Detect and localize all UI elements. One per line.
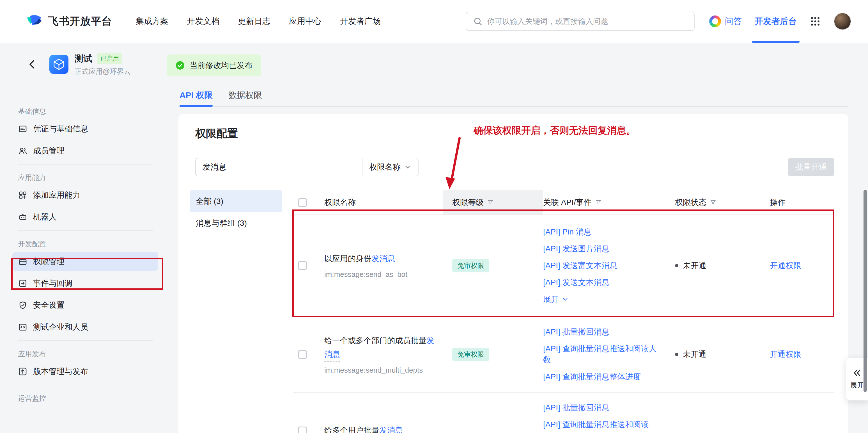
category-all[interactable]: 全部 (3) <box>190 191 282 212</box>
sidebar-section-dev-config: 开发配置 <box>12 239 158 248</box>
filter-funnel-icon[interactable] <box>595 199 602 206</box>
nav-item-app-center[interactable]: 应用中心 <box>289 16 321 27</box>
publish-status-text: 当前修改均已发布 <box>190 60 252 71</box>
top-navbar: 飞书开放平台 集成方案 开发文档 更新日志 应用中心 开发者广场 问答 开发者后… <box>0 0 868 43</box>
search-icon <box>473 17 483 26</box>
select-all-checkbox[interactable] <box>298 198 307 207</box>
permission-search-input[interactable] <box>196 158 362 176</box>
user-avatar[interactable] <box>834 12 851 30</box>
action-cell: 开通权限 <box>770 260 834 271</box>
permission-level-cell: 免审权限 <box>443 348 543 361</box>
open-permission-link[interactable]: 开通权限 <box>770 261 801 270</box>
sidebar-item-label: 机器人 <box>33 212 57 222</box>
sidebar-item-label: 凭证与基础信息 <box>33 123 88 134</box>
main-nav: 集成方案 开发文档 更新日志 应用中心 开发者广场 <box>136 16 381 27</box>
action-cell: 开通权限 <box>770 349 834 360</box>
permission-name[interactable]: 给一个或多个部门的成员批量发 <box>324 335 434 348</box>
sidebar-item-test-users[interactable]: 测试企业和人员 <box>12 318 158 337</box>
header-action: 操作 <box>770 191 834 214</box>
permission-table: 权限名称 权限等级 关联 API/事件 权限状态 操作 <box>293 191 834 433</box>
expander-label: 展开 <box>850 381 864 390</box>
left-sidebar: 基础信息 凭证与基础信息 成员管理 应用能力 添加应用能力 机器人 开发配置 权… <box>12 98 158 407</box>
sidebar-item-label: 事件与回调 <box>33 278 72 289</box>
nav-item-dev-plaza[interactable]: 开发者广场 <box>340 16 381 27</box>
sidebar-item-security[interactable]: 安全设置 <box>12 296 158 315</box>
category-list: 全部 (3) 消息与群组 (3) <box>190 191 282 234</box>
chevron-down-icon <box>562 296 569 303</box>
logo-text: 飞书开放平台 <box>48 14 112 28</box>
filter-funnel-icon[interactable] <box>487 199 494 206</box>
sidebar-item-label: 安全设置 <box>33 300 64 311</box>
open-permission-link[interactable]: 开通权限 <box>770 350 801 358</box>
nav-item-integration[interactable]: 集成方案 <box>136 16 168 27</box>
permission-code: im:message:send_multi_depts <box>324 366 443 375</box>
sidebar-item-permissions[interactable]: 权限管理 <box>12 252 158 271</box>
app-name: 测试 <box>74 53 92 65</box>
dev-console-link[interactable]: 开发者后台 <box>755 0 797 43</box>
briefcase-icon <box>18 257 28 266</box>
grid-icon <box>810 16 821 27</box>
api-link[interactable]: [API] 查询批量消息整体进度 <box>543 371 661 382</box>
level-badge: 免审权限 <box>452 348 489 361</box>
sidebar-item-label: 成员管理 <box>33 145 64 156</box>
app-subtitle: 正式应用@环界云 <box>74 67 131 76</box>
permission-search: 权限名称 <box>195 158 418 176</box>
api-link[interactable]: [API] Pin 消息 <box>543 226 661 237</box>
api-link[interactable]: [API] 批量撤回消息 <box>543 326 661 338</box>
tab-data-permissions[interactable]: 数据权限 <box>228 90 262 106</box>
page-scrollbar[interactable] <box>864 190 867 392</box>
row-checkbox[interactable] <box>298 427 307 433</box>
back-button[interactable] <box>27 59 38 70</box>
sidebar-item-events[interactable]: 事件与回调 <box>12 274 158 293</box>
sidebar-item-bot[interactable]: 机器人 <box>12 208 158 226</box>
sidebar-item-version-release[interactable]: 版本管理与发布 <box>12 362 158 381</box>
cube-icon <box>53 58 65 71</box>
category-message-group[interactable]: 消息与群组 (3) <box>190 212 282 234</box>
qa-link[interactable]: 问答 <box>709 16 742 27</box>
api-link[interactable]: [API] 发送图片消息 <box>543 243 661 254</box>
nav-item-changelog[interactable]: 更新日志 <box>238 16 271 27</box>
global-search[interactable] <box>466 12 694 31</box>
app-icon <box>50 55 68 74</box>
filter-funnel-icon[interactable] <box>710 199 716 206</box>
api-link[interactable]: [API] 发送富文本消息 <box>543 260 661 271</box>
permission-name-cell: 以应用的身份发消息 im:message:send_as_bot <box>319 253 443 279</box>
expand-apis-link[interactable]: 展开 <box>543 294 661 305</box>
api-link[interactable]: [API] 查询批量消息推送和阅读人数 <box>543 343 661 366</box>
status-dot <box>675 353 678 356</box>
api-link[interactable]: [API] 查询批量消息推送和阅读 <box>543 419 661 430</box>
batch-approve-button[interactable]: 批量开通 <box>788 158 834 176</box>
status-dot <box>675 264 678 267</box>
feishu-logo[interactable]: 飞书开放平台 <box>25 12 112 30</box>
permission-name[interactable]: 给多个用户批量发消息 <box>324 424 403 433</box>
status-cell: 未开通 <box>675 260 770 271</box>
navbar-right: 问答 开发者后台 <box>709 0 851 43</box>
sidebar-item-members[interactable]: 成员管理 <box>12 142 158 160</box>
header-name: 权限名称 <box>319 191 443 214</box>
row-checkbox[interactable] <box>298 261 307 270</box>
add-capability-icon <box>18 191 28 200</box>
row-checkbox[interactable] <box>298 350 307 359</box>
api-link[interactable]: [API] 发送文本消息 <box>543 277 661 288</box>
permission-name-line2[interactable]: 消息 <box>324 348 340 362</box>
tab-active-underline <box>180 105 213 107</box>
sidebar-divider <box>18 164 153 165</box>
nav-item-docs[interactable]: 开发文档 <box>187 16 219 27</box>
api-link[interactable]: [API] 批量撤回消息 <box>543 402 661 413</box>
row-checkbox-cell <box>293 261 319 270</box>
apps-grid-button[interactable] <box>810 16 821 27</box>
permission-tabs: API 权限 数据权限 <box>179 91 848 107</box>
permission-name[interactable]: 以应用的身份发消息 <box>324 253 395 266</box>
sidebar-item-add-capability[interactable]: 添加应用能力 <box>12 186 158 204</box>
status-text: 未开通 <box>683 260 706 271</box>
level-badge: 免审权限 <box>452 259 489 272</box>
search-filter-select[interactable]: 权限名称 <box>362 158 418 176</box>
check-circle-icon <box>175 60 185 70</box>
feishu-logo-icon <box>25 12 43 30</box>
tab-api-permissions[interactable]: API 权限 <box>180 90 213 106</box>
header-checkbox-cell <box>293 191 319 214</box>
active-tab-underline <box>752 41 800 43</box>
sidebar-section-release: 应用发布 <box>12 349 158 358</box>
sidebar-item-credentials[interactable]: 凭证与基础信息 <box>12 120 158 138</box>
search-input[interactable] <box>487 17 687 26</box>
